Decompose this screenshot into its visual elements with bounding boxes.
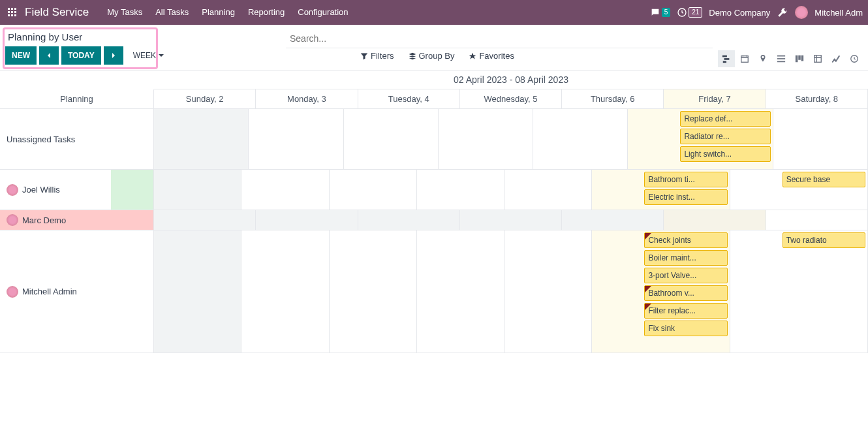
cell[interactable] bbox=[154, 230, 241, 353]
activities-button[interactable]: 21 bbox=[677, 7, 702, 18]
row-label-text: Unassigned Tasks bbox=[7, 134, 75, 144]
svg-rect-1 bbox=[11, 8, 13, 10]
cell-friday[interactable]: Check joints Boiler maint... 3-port Valv… bbox=[592, 230, 730, 353]
cell[interactable] bbox=[417, 170, 504, 210]
nav-planning[interactable]: Planning bbox=[195, 0, 241, 25]
svg-rect-15 bbox=[777, 58, 785, 59]
planning-column-header: Planning bbox=[0, 89, 154, 108]
svg-rect-19 bbox=[801, 55, 804, 61]
cell[interactable] bbox=[154, 210, 256, 230]
row-label-joel[interactable]: Joel Willis bbox=[0, 170, 154, 210]
layers-icon bbox=[409, 52, 416, 60]
cell-friday[interactable]: Replace def... Radiator re... Light swit… bbox=[628, 109, 773, 169]
date-range: 02 April 2023 - 08 April 2023 bbox=[154, 71, 868, 89]
task-pill[interactable]: Secure base bbox=[783, 172, 865, 187]
groupby-button[interactable]: Group By bbox=[409, 51, 455, 61]
svg-rect-7 bbox=[11, 14, 13, 16]
nav-configuration[interactable]: Configuration bbox=[291, 0, 354, 25]
task-pill[interactable]: Bathroom ti... bbox=[644, 172, 727, 187]
day-header-wednesday: Wednesday, 5 bbox=[460, 89, 562, 108]
cell-friday[interactable] bbox=[664, 210, 766, 230]
svg-rect-18 bbox=[798, 55, 801, 60]
cell[interactable] bbox=[154, 170, 241, 210]
nav-my-tasks[interactable]: My Tasks bbox=[101, 0, 149, 25]
user-avatar[interactable] bbox=[795, 6, 808, 19]
row-label-text: Joel Willis bbox=[22, 185, 60, 195]
cell[interactable] bbox=[439, 109, 533, 169]
view-gantt[interactable] bbox=[718, 50, 735, 67]
task-pill[interactable]: Filter replac... bbox=[644, 303, 727, 319]
cell[interactable] bbox=[241, 170, 329, 210]
cell[interactable] bbox=[460, 210, 562, 230]
cell[interactable] bbox=[417, 230, 504, 353]
cell[interactable] bbox=[533, 109, 628, 169]
row-label-unassigned[interactable]: Unassigned Tasks bbox=[0, 109, 154, 169]
row-label-marc[interactable]: Marc Demo bbox=[0, 210, 154, 230]
svg-rect-4 bbox=[11, 11, 13, 13]
today-button[interactable]: TODAY bbox=[61, 46, 101, 65]
cell[interactable] bbox=[330, 230, 417, 353]
cell[interactable] bbox=[773, 109, 868, 169]
view-activity[interactable] bbox=[846, 50, 863, 67]
task-pill[interactable]: Two radiato bbox=[783, 232, 865, 248]
cell[interactable] bbox=[330, 170, 417, 210]
nav-all-tasks[interactable]: All Tasks bbox=[149, 0, 195, 25]
cell-saturday[interactable]: Secure base bbox=[730, 170, 868, 210]
activities-count: 21 bbox=[689, 7, 702, 18]
row-label-text: Mitchell Admin bbox=[22, 287, 77, 296]
cell[interactable] bbox=[504, 230, 592, 353]
cell[interactable] bbox=[249, 109, 343, 169]
prev-button[interactable] bbox=[39, 46, 59, 65]
row-label-mitchell[interactable]: Mitchell Admin bbox=[0, 230, 154, 353]
svg-rect-12 bbox=[723, 61, 726, 63]
svg-rect-10 bbox=[722, 55, 727, 57]
task-pill[interactable]: 3-port Valve... bbox=[644, 268, 727, 283]
funnel-icon bbox=[360, 52, 368, 60]
favorites-button[interactable]: Favorites bbox=[469, 51, 514, 61]
task-pill[interactable]: Light switch... bbox=[680, 146, 770, 162]
cell[interactable] bbox=[562, 210, 664, 230]
company-selector[interactable]: Demo Company bbox=[709, 8, 770, 18]
task-pill[interactable]: Fix sink bbox=[644, 321, 727, 336]
task-pill[interactable]: Radiator re... bbox=[680, 129, 770, 144]
cell-saturday[interactable]: Two radiato bbox=[730, 230, 868, 353]
cell[interactable] bbox=[504, 170, 592, 210]
nav-reporting[interactable]: Reporting bbox=[241, 0, 291, 25]
cell[interactable] bbox=[344, 109, 439, 169]
view-list[interactable] bbox=[773, 50, 790, 67]
debug-icon[interactable] bbox=[777, 7, 788, 18]
cell[interactable] bbox=[241, 230, 329, 353]
search-input[interactable] bbox=[286, 29, 713, 48]
view-kanban[interactable] bbox=[791, 50, 808, 67]
cell[interactable] bbox=[256, 210, 358, 230]
brand-title[interactable]: Field Service bbox=[25, 6, 89, 19]
task-pill[interactable]: Boiler maint... bbox=[644, 250, 727, 266]
cell[interactable] bbox=[358, 210, 460, 230]
task-pill[interactable]: Bathroom v... bbox=[644, 285, 727, 301]
page-title: Planning by User bbox=[8, 31, 162, 42]
messages-count: 5 bbox=[662, 8, 671, 17]
clock-icon bbox=[677, 7, 687, 18]
view-map[interactable] bbox=[754, 50, 771, 67]
user-name[interactable]: Mitchell Adm bbox=[814, 8, 863, 18]
scale-selector[interactable]: WEEK bbox=[126, 46, 171, 65]
view-calendar[interactable] bbox=[736, 50, 753, 67]
view-pivot[interactable] bbox=[809, 50, 826, 67]
cell-friday[interactable]: Bathroom ti... Electric inst... bbox=[592, 170, 730, 210]
svg-rect-6 bbox=[8, 14, 10, 16]
cell[interactable] bbox=[154, 109, 249, 169]
next-button[interactable] bbox=[104, 46, 123, 65]
messages-button[interactable]: 5 bbox=[650, 7, 671, 18]
apps-icon[interactable] bbox=[5, 5, 20, 20]
new-button[interactable]: NEW bbox=[5, 46, 37, 65]
task-pill[interactable]: Replace def... bbox=[680, 111, 770, 127]
task-pill[interactable]: Electric inst... bbox=[644, 189, 727, 205]
filters-button[interactable]: Filters bbox=[360, 51, 394, 61]
task-pill[interactable]: Check joints bbox=[644, 232, 727, 248]
cell[interactable] bbox=[766, 210, 868, 230]
avatar-icon bbox=[7, 214, 18, 226]
view-graph[interactable] bbox=[828, 50, 845, 67]
svg-rect-8 bbox=[14, 14, 16, 16]
svg-rect-20 bbox=[814, 55, 822, 63]
svg-rect-11 bbox=[724, 58, 730, 60]
